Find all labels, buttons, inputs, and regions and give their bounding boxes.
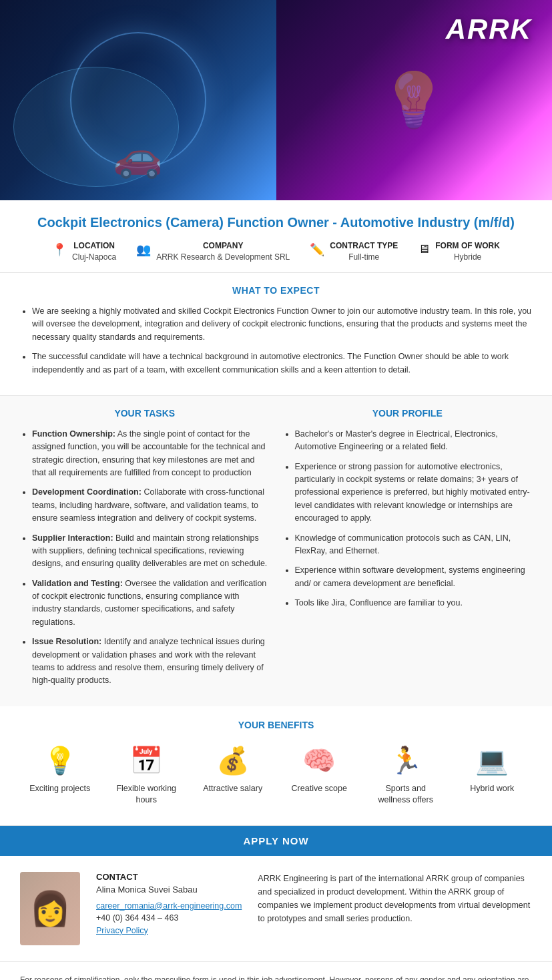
list-item: Experience within software development, … — [295, 564, 533, 590]
benefit-label: Sports and wellness offers — [369, 783, 443, 806]
form-icon: 🖥 — [418, 242, 430, 256]
meta-contract: ✏️ CONTRACT TYPE Full-time — [310, 241, 398, 262]
list-item: Supplier Interaction: Build and maintain… — [32, 532, 270, 571]
tasks-col: YOUR TASKS Function Ownership: As the si… — [20, 408, 270, 694]
company-icon: 👥 — [136, 242, 151, 257]
benefit-salary: 💰 Attractive salary — [196, 745, 270, 795]
profile-col: YOUR PROFILE Bachelor's or Master's degr… — [283, 408, 533, 694]
hero-banner: ARRK — [0, 0, 552, 200]
benefit-label: Exciting projects — [29, 783, 90, 795]
tasks-list: Function Ownership: As the single point … — [20, 428, 270, 688]
exciting-projects-icon: 💡 — [43, 745, 77, 776]
contact-info: CONTACT Alina Monica Suvei Sabau career_… — [96, 872, 242, 945]
title-section: Cockpit Electronics (Camera) Function Ow… — [0, 200, 552, 273]
location-value: Cluj-Napoca — [72, 252, 116, 262]
benefit-label: Flexible working hours — [109, 783, 183, 806]
list-item: Experience or strong passion for automot… — [295, 461, 533, 525]
company-value: ARRK Research & Development SRL — [156, 252, 290, 262]
benefit-label: Creative scope — [292, 783, 347, 795]
flexible-hours-icon: 📅 — [129, 745, 163, 776]
benefit-sports: 🏃 Sports and wellness offers — [369, 745, 443, 806]
footer-section: For reasons of simplification, only the … — [0, 962, 552, 980]
form-value: Hybride — [454, 252, 481, 262]
apply-title: APPLY NOW — [20, 835, 532, 846]
footer-text-1: For reasons of simplification, only the … — [20, 974, 532, 980]
contact-email[interactable]: career_romania@arrk-engineering.com — [96, 901, 242, 911]
list-item: Validation and Testing: Oversee the vali… — [32, 577, 270, 630]
list-item: Tools like Jira, Confluence are familiar… — [295, 597, 533, 609]
contact-phone: +40 (0) 364 434 – 463 — [96, 913, 242, 923]
list-item: We are seeking a highly motivated and sk… — [32, 305, 532, 344]
meta-company: 👥 COMPANY ARRK Research & Development SR… — [136, 241, 290, 262]
hybrid-icon: 💻 — [475, 745, 509, 776]
form-label: Form of Work — [435, 241, 500, 250]
list-item: The successful candidate will have a tec… — [32, 350, 532, 377]
benefit-flexible-hours: 📅 Flexible working hours — [109, 745, 183, 806]
job-title: Cockpit Electronics (Camera) Function Ow… — [20, 215, 532, 230]
arrk-logo: ARRK — [446, 13, 532, 45]
profile-list: Bachelor's or Master's degree in Electri… — [283, 428, 533, 610]
apply-section[interactable]: APPLY NOW — [0, 826, 552, 856]
benefit-exciting-projects: 💡 Exciting projects — [23, 745, 97, 795]
tasks-title: YOUR TASKS — [20, 408, 270, 419]
contact-photo: 👩 — [20, 872, 80, 945]
contract-value: Full-time — [348, 252, 379, 262]
meta-form: 🖥 Form of Work Hybride — [418, 241, 500, 262]
tasks-profile-section: YOUR TASKS Function Ownership: As the si… — [0, 396, 552, 706]
what-to-expect-section: WHAT TO EXPECT We are seeking a highly m… — [0, 273, 552, 396]
contact-heading: CONTACT — [96, 872, 242, 882]
benefits-grid: 💡 Exciting projects 📅 Flexible working h… — [20, 745, 532, 806]
list-item: Development Coordination: Collaborate wi… — [32, 486, 270, 525]
contact-company-description: ARRK Engineering is part of the internat… — [258, 872, 532, 945]
company-label: COMPANY — [156, 241, 290, 250]
meta-location: 📍 LOCATION Cluj-Napoca — [52, 241, 116, 262]
benefit-label: Hybrid work — [470, 783, 514, 795]
contract-icon: ✏️ — [310, 242, 324, 257]
list-item: Function Ownership: As the single point … — [32, 428, 270, 480]
salary-icon: 💰 — [216, 745, 250, 776]
benefits-title: YOUR BENEFITS — [20, 720, 532, 730]
location-label: LOCATION — [72, 241, 116, 250]
list-item: Knowledge of communication protocols suc… — [295, 532, 533, 558]
benefits-section: YOUR BENEFITS 💡 Exciting projects 📅 Flex… — [0, 706, 552, 826]
benefit-creative: 🧠 Creative scope — [282, 745, 356, 795]
contract-label: CONTRACT TYPE — [330, 241, 398, 250]
contact-name: Alina Monica Suvei Sabau — [96, 885, 242, 895]
what-to-expect-list: We are seeking a highly motivated and sk… — [20, 305, 532, 377]
what-to-expect-title: WHAT TO EXPECT — [20, 285, 532, 296]
profile-title: YOUR PROFILE — [283, 408, 533, 419]
contact-left: 👩 — [20, 872, 80, 945]
sports-icon: 🏃 — [389, 745, 423, 776]
benefit-label: Attractive salary — [203, 783, 262, 795]
benefit-hybrid: 💻 Hybrid work — [455, 745, 529, 795]
location-icon: 📍 — [52, 242, 67, 257]
hero-left-image — [0, 0, 276, 200]
contact-privacy[interactable]: Privacy Policy — [96, 926, 148, 935]
list-item: Issue Resolution: Identify and analyze t… — [32, 636, 270, 688]
contact-section: 👩 CONTACT Alina Monica Suvei Sabau caree… — [0, 856, 552, 962]
meta-row: 📍 LOCATION Cluj-Napoca 👥 COMPANY ARRK Re… — [20, 241, 532, 262]
list-item: Bachelor's or Master's degree in Electri… — [295, 428, 533, 454]
creative-icon: 🧠 — [302, 745, 336, 776]
